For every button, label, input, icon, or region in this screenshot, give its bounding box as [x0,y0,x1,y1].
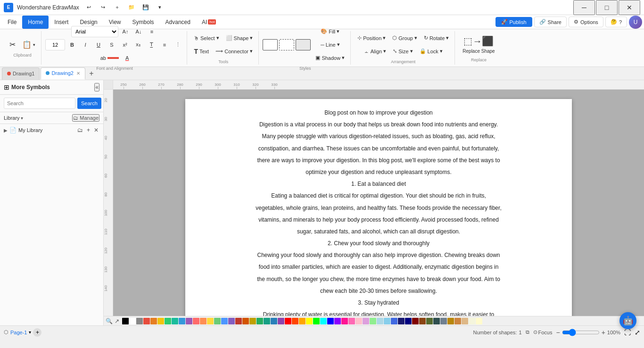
text-format-btn[interactable]: T̲ [145,39,157,51]
page-dropdown-btn[interactable]: ▾ [29,330,31,335]
shape-btn[interactable]: ⬜ Shape ▾ [223,32,256,44]
style-box-1[interactable] [263,39,278,50]
color-swatch[interactable] [462,318,468,324]
rotate-btn[interactable]: ↻Rotate▾ [421,32,452,44]
color-swatch[interactable] [150,318,157,324]
color-swatch[interactable] [292,318,298,324]
search-btn[interactable]: Search [77,98,101,109]
color-swatch[interactable] [348,318,355,324]
canvas-scroll[interactable]: Blog post on how to improve your digesti… [113,90,644,316]
new-btn[interactable]: ＋ [111,1,124,14]
position-btn[interactable]: ⊹Position▾ [355,32,388,44]
close-btn[interactable]: ✕ [619,0,640,15]
search-input[interactable] [4,98,75,109]
underline-btn[interactable]: U [92,39,105,51]
superscript-btn[interactable]: x² [119,39,131,51]
size-btn[interactable]: ⤡Size▾ [390,45,415,58]
zoom-slider[interactable] [562,329,600,336]
color-swatch[interactable] [433,318,440,324]
options-btn[interactable]: ⚙ Options [569,17,603,27]
connector-btn[interactable]: ⟿ Connector ▾ [213,45,256,58]
more-btn[interactable]: ▾ [154,1,166,14]
menu-insert[interactable]: Insert [49,16,74,29]
maximize-btn[interactable]: □ [596,0,618,15]
font-selector[interactable]: Arial [71,26,118,37]
color-swatch[interactable] [355,318,362,324]
line-spacing-btn[interactable]: ≡ [158,39,171,51]
color-swatch[interactable] [306,318,313,324]
color-swatch[interactable] [363,318,369,324]
focus-btn[interactable]: ⊙ Focus [533,329,553,335]
color-swatch[interactable] [278,318,284,324]
color-swatch[interactable] [384,318,390,324]
chatbot-btn[interactable]: 🤖 [619,312,636,329]
color-swatch[interactable] [334,318,341,324]
minimize-btn[interactable]: ─ [573,0,595,15]
menu-home[interactable]: Home [22,16,49,29]
color-swatch[interactable] [426,318,433,324]
my-library-chevron-icon[interactable]: ▶ [4,128,8,133]
zoom-in-btn[interactable]: + [602,329,605,336]
color-swatch[interactable] [207,318,214,324]
lock-btn[interactable]: 🔒Lock▾ [417,45,446,58]
fullscreen-btn[interactable]: ⤢ [635,329,640,336]
color-swatch[interactable] [200,318,206,324]
color-swatch[interactable] [327,318,334,324]
color-swatch[interactable] [193,318,199,324]
menu-advanced[interactable]: Advanced [160,16,196,29]
strikethrough-btn[interactable]: S [106,39,118,51]
doc-tab-drawing1[interactable]: Drawing1 [2,67,40,80]
open-btn[interactable]: 📁 [125,1,138,14]
font-size-input[interactable] [45,39,65,50]
line-style-btn[interactable]: ─ Line ▾ [313,39,347,51]
increase-font-btn[interactable]: A↑ [119,25,132,38]
menu-ai[interactable]: AI hot [196,16,222,29]
fill-style-btn[interactable]: 🎨 Fill ▾ [313,25,347,38]
text-align-btn[interactable]: ≡ [146,25,158,38]
font-color-btn[interactable]: A [123,52,132,64]
color-eyedropper-btn[interactable]: 🔍 [106,318,113,324]
menu-file[interactable]: File [2,16,22,29]
color-swatch[interactable] [256,318,263,324]
color-swatch[interactable] [476,318,482,324]
color-swatch[interactable] [391,318,397,324]
color-swatch[interactable] [214,318,221,324]
color-swatch[interactable] [447,318,454,324]
doc-tab-drawing2[interactable]: Drawing2 ✕ [41,67,85,80]
color-arrow-btn[interactable]: ↗ [115,318,119,324]
library-manage-btn[interactable]: 🗂 Manage [72,114,99,122]
my-library-add-btn[interactable]: + [86,126,91,134]
add-page-btn[interactable]: + [33,328,41,337]
color-swatch[interactable] [469,318,475,324]
color-swatch[interactable] [228,318,235,324]
color-swatch[interactable] [143,318,150,324]
paste-btn[interactable]: 📋 ▾ [19,39,38,51]
tab-close-icon[interactable]: ✕ [76,71,80,76]
color-swatch[interactable] [221,318,228,324]
align-btn[interactable]: ⫠Align▾ [361,45,389,58]
replace-shape-btn[interactable]: ⬚→⬛ Replace Shape [459,33,498,56]
color-swatch[interactable] [172,318,178,324]
publish-btn[interactable]: 🚀 Publish [495,17,532,27]
shadow-style-btn[interactable]: ▣ Shadow ▾ [313,52,347,64]
select-btn[interactable]: 🖱 Select ▾ [191,32,222,44]
fill-btn[interactable]: ab [98,52,122,64]
undo-btn[interactable]: ↩ [83,1,95,14]
color-swatch[interactable] [440,318,447,324]
group-btn[interactable]: ⬡Group▾ [389,32,420,44]
color-swatch[interactable] [341,318,348,324]
share-btn[interactable]: 🔗 Share [534,17,567,27]
style-box-3[interactable] [296,39,311,50]
color-swatch[interactable] [157,318,164,324]
color-swatch[interactable] [412,318,419,324]
layers-btn[interactable]: ⧉ [526,329,529,335]
fit-page-btn[interactable]: ⛶ [624,329,631,336]
bold-btn[interactable]: B [66,39,78,51]
color-swatch[interactable] [377,318,383,324]
color-swatch[interactable] [249,318,256,324]
add-tab-btn[interactable]: + [86,68,97,79]
color-swatch[interactable] [235,318,242,324]
my-library-close-btn[interactable]: ✕ [93,126,99,134]
color-swatch[interactable] [186,318,192,324]
color-swatch[interactable] [405,318,412,324]
